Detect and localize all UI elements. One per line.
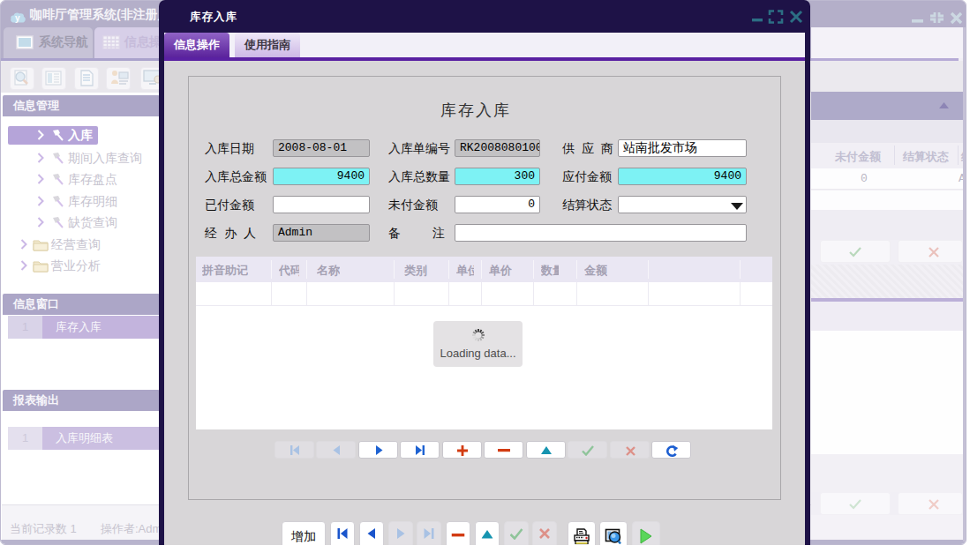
svg-text:y: y	[15, 13, 20, 23]
